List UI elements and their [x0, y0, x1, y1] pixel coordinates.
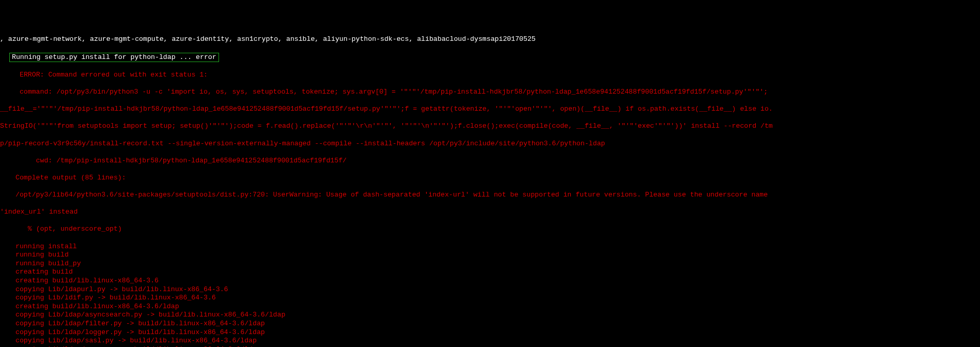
userwarning-line-1: /opt/py3/lib64/python3.6/site-packages/s…: [0, 191, 980, 200]
build-step: copying Lib/ldap/sasl.py -> build/lib.li…: [0, 337, 980, 345]
build-step: creating build/lib.linux-x86_64-3.6: [0, 277, 980, 285]
cmd-line-4: p/pip-record-v3r9c56y/install-record.txt…: [0, 140, 980, 148]
build-step: copying Lib/ldap/logger.py -> build/lib.…: [0, 328, 980, 337]
status-box-row: Running setup.py install for python-ldap…: [0, 53, 980, 63]
package-list-line: , azure-mgmt-network, azure-mgmt-compute…: [0, 35, 980, 44]
build-step: copying Lib/ldapurl.py -> build/lib.linu…: [0, 285, 980, 294]
build-step: creating build/lib.linux-x86_64-3.6/ldap: [0, 303, 980, 311]
build-step: running build: [0, 251, 980, 260]
userwarning-line-3: % (opt, underscore_opt): [0, 225, 980, 234]
install-status-box: Running setup.py install for python-ldap…: [9, 53, 219, 63]
cmd-line-3: StringIO('"'"'from setuptools import set…: [0, 122, 980, 131]
cwd-line: cwd: /tmp/pip-install-hdkjbr58/python-ld…: [0, 157, 980, 165]
cmd-line-2: __file__='"'"'/tmp/pip-install-hdkjbr58/…: [0, 105, 980, 114]
build-step: running install: [0, 243, 980, 251]
build-step: creating build: [0, 268, 980, 277]
complete-output-header: Complete output (85 lines):: [0, 174, 980, 183]
build-step: running build_py: [0, 260, 980, 268]
build-step: copying Lib/ldap/asyncsearch.py -> build…: [0, 311, 980, 320]
userwarning-line-2: 'index_url' instead: [0, 208, 980, 217]
build-step: copying Lib/ldif.py -> build/lib.linux-x…: [0, 294, 980, 303]
build-step: copying Lib/ldap/filter.py -> build/lib.…: [0, 320, 980, 328]
cmd-line-1: command: /opt/py3/bin/python3 -u -c 'imp…: [0, 88, 980, 97]
error-header: ERROR: Command errored out with exit sta…: [0, 71, 980, 80]
